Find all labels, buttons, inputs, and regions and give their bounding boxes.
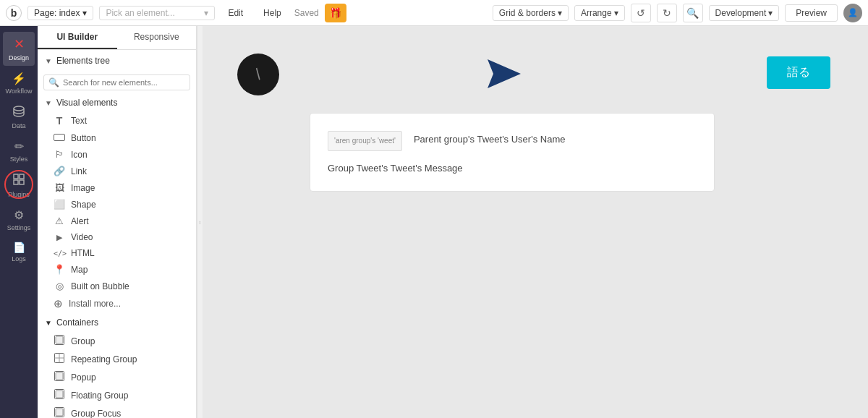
sidebar-item-design[interactable]: ✕ Design — [3, 32, 35, 66]
redo-button[interactable]: ↻ — [657, 4, 677, 22]
help-button[interactable]: Help — [256, 6, 289, 20]
arrange-label: Arrange — [581, 8, 612, 18]
group-icon — [54, 335, 65, 347]
tab-ui-builder[interactable]: UI Builder — [38, 26, 117, 49]
element-item-link[interactable]: 🔗 Link — [38, 163, 196, 179]
card-top-row: 'aren group's 'weet' Parent group's Twee… — [328, 131, 697, 151]
svg-point-0 — [14, 106, 24, 111]
element-picker-text: Pick an element... — [106, 8, 174, 18]
element-picker-chevron: ▾ — [204, 8, 208, 18]
containers-header[interactable]: ▼ Containers — [38, 313, 196, 332]
logs-icon: 📄 — [13, 242, 25, 253]
gift-button[interactable]: 🎁 — [325, 4, 346, 22]
arrange-button[interactable]: Arrange ▾ — [574, 5, 625, 21]
element-item-floating-group[interactable]: Floating Group — [38, 386, 196, 404]
text-element-icon: T — [54, 115, 65, 127]
group-label: Group — [71, 336, 95, 346]
elements-tree-header[interactable]: ▼ Elements tree — [38, 50, 196, 72]
element-item-icon[interactable]: 🏳 Icon — [38, 146, 196, 163]
canvas-airplane-element[interactable] — [485, 56, 524, 98]
settings-icon: ⚙ — [14, 208, 24, 222]
search-input[interactable] — [43, 74, 190, 90]
page-label: Page: index — [34, 8, 80, 18]
visual-elements-header[interactable]: ▼ Visual elements — [38, 93, 196, 112]
page-selector[interactable]: Page: index ▾ — [27, 6, 93, 20]
element-item-group-focus[interactable]: Group Focus — [38, 404, 196, 418]
sidebar-item-styles[interactable]: ✏ Styles — [3, 135, 35, 167]
elements-tree-label: Elements tree — [56, 56, 110, 66]
workflow-icon: ⚡ — [12, 72, 26, 85]
element-item-button[interactable]: Button — [38, 129, 196, 146]
panel-resize-handle[interactable]: · · · — [197, 26, 203, 418]
alert-element-icon: ⚠ — [54, 216, 65, 226]
sidebar-item-logs[interactable]: 📄 Logs — [3, 237, 35, 267]
canvas-teal-button[interactable]: 語る — [767, 56, 830, 89]
sidebar-item-data[interactable]: Data — [3, 101, 35, 134]
panel-content: ▼ Elements tree 🔍 ▼ Visual elements T Te… — [38, 50, 196, 418]
image-element-icon: 🖼 — [54, 182, 65, 193]
install-more-visual[interactable]: ⊕ Install more... — [38, 294, 196, 313]
card-message: Group Tweet's Tweet's Message — [328, 163, 697, 174]
grid-label: Grid & borders — [499, 8, 556, 18]
video-element-label: Video — [71, 232, 93, 242]
element-item-html[interactable]: </> HTML — [38, 245, 196, 261]
icon-element-label: Icon — [71, 150, 88, 160]
saved-status: Saved — [294, 8, 319, 18]
undo-button[interactable]: ↺ — [631, 4, 651, 22]
element-item-shape[interactable]: ⬜ Shape — [38, 196, 196, 213]
repeating-group-icon — [54, 353, 65, 365]
left-panel: UI Builder Responsive ▼ Elements tree 🔍 … — [38, 26, 197, 418]
built-on-bubble-icon: ◎ — [54, 281, 65, 291]
element-item-text[interactable]: T Text — [38, 112, 196, 129]
workflow-label: Workflow — [6, 88, 33, 95]
image-element-label: Image — [71, 183, 95, 193]
styles-icon: ✏ — [14, 140, 24, 153]
element-item-group[interactable]: Group — [38, 332, 196, 350]
element-item-built-on-bubble[interactable]: ◎ Built on Bubble — [38, 278, 196, 294]
sidebar-item-settings[interactable]: ⚙ Settings — [3, 204, 35, 236]
map-element-label: Map — [71, 265, 88, 275]
element-item-repeating-group[interactable]: Repeating Group — [38, 350, 196, 368]
svg-rect-16 — [56, 409, 63, 416]
html-element-icon: </> — [54, 249, 65, 257]
grid-borders-button[interactable]: Grid & borders ▾ — [493, 5, 569, 21]
svg-rect-4 — [20, 180, 24, 184]
map-element-icon: 📍 — [54, 264, 65, 275]
install-more-visual-icon: ⊕ — [54, 297, 63, 310]
arrange-chevron-icon: ▾ — [614, 8, 618, 18]
sidebar-item-plugins[interactable]: Plugins — [3, 169, 35, 202]
element-item-video[interactable]: ▶ Video — [38, 229, 196, 245]
text-element-label: Text — [71, 116, 87, 126]
development-button[interactable]: Development ▾ — [709, 5, 780, 21]
containers-arrow: ▼ — [45, 319, 52, 327]
floating-group-label: Floating Group — [71, 391, 128, 401]
svg-rect-7 — [56, 336, 63, 344]
element-item-image[interactable]: 🖼 Image — [38, 179, 196, 196]
svg-rect-1 — [14, 174, 18, 179]
canvas-circle-element[interactable]: / — [237, 54, 279, 95]
settings-label: Settings — [7, 224, 31, 231]
user-avatar[interactable]: 👤 — [843, 4, 862, 22]
app-logo: b — [6, 5, 22, 21]
circle-slash-icon: / — [252, 65, 265, 84]
search-icon: 🔍 — [48, 77, 59, 88]
canvas-card: 'aren group's 'weet' Parent group's Twee… — [310, 113, 715, 192]
shape-element-icon: ⬜ — [54, 199, 65, 210]
element-picker[interactable]: Pick an element... ▾ — [99, 6, 215, 20]
element-item-alert[interactable]: ⚠ Alert — [38, 213, 196, 229]
element-item-popup[interactable]: Popup — [38, 368, 196, 386]
tab-responsive[interactable]: Responsive — [117, 26, 197, 49]
popup-icon — [54, 371, 65, 383]
icon-sidebar: ✕ Design ⚡ Workflow Data ✏ Styles Plugin… — [0, 26, 38, 418]
button-element-label: Button — [71, 133, 96, 143]
link-element-icon: 🔗 — [54, 166, 65, 176]
visual-elements-label: Visual elements — [56, 98, 118, 108]
install-more-visual-label: Install more... — [69, 299, 121, 309]
search-button[interactable]: 🔍 — [683, 4, 703, 22]
preview-button[interactable]: Preview — [785, 4, 838, 22]
element-item-map[interactable]: 📍 Map — [38, 261, 196, 278]
edit-button[interactable]: Edit — [221, 6, 250, 20]
sidebar-item-workflow[interactable]: ⚡ Workflow — [3, 67, 35, 99]
alert-element-label: Alert — [71, 216, 89, 226]
canvas-area[interactable]: / 語る 'aren group's 'weet' Parent group's… — [203, 26, 868, 418]
